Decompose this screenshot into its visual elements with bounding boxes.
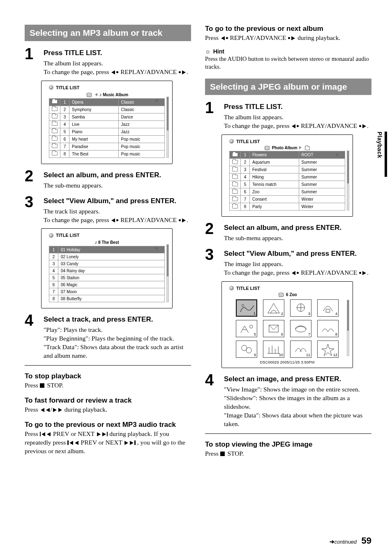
- table-row[interactable]: 8The BestPop music: [49, 150, 165, 158]
- thumbnail[interactable]: 11: [290, 341, 311, 358]
- step-heading: Select an image, and press ENTER.: [224, 375, 371, 384]
- album-table: 1OperaClassic2SymphonyClassic3SambaDance…: [49, 98, 165, 158]
- thumbnail[interactable]: 5: [236, 320, 257, 337]
- table-row[interactable]: 8PartyWinter: [230, 203, 345, 211]
- svg-point-0: [242, 304, 244, 306]
- body-text: Press STOP.: [25, 381, 191, 390]
- svg-point-3: [250, 325, 253, 329]
- step-number: 4: [205, 372, 219, 429]
- table-row[interactable]: 6My heartPop music: [49, 135, 165, 143]
- table-row[interactable]: 707 Moon: [49, 288, 165, 295]
- table-row[interactable]: 808 Butterfly: [49, 295, 165, 302]
- svg-point-7: [246, 348, 251, 353]
- breadcrumb: Photo Album: [229, 146, 345, 150]
- folder-icon: [232, 160, 238, 164]
- folder-icon: [232, 167, 238, 171]
- folder-icon: [52, 137, 58, 141]
- body-text: Press STOP.: [205, 449, 371, 458]
- step-text: The sub-menu appears.: [44, 181, 191, 190]
- scrollbar[interactable]: [347, 151, 349, 211]
- step-text: The sub-menu appears.: [224, 234, 371, 243]
- scrollbar[interactable]: [347, 300, 349, 356]
- thumbnail[interactable]: 9: [236, 341, 257, 358]
- thumbnail[interactable]: 10: [263, 341, 284, 358]
- thumbnail[interactable]: 8: [317, 320, 339, 337]
- table-row[interactable]: 1FlowersROOT: [230, 151, 345, 159]
- table-row[interactable]: 5PianoJazz: [49, 128, 165, 135]
- stop-icon: [220, 452, 225, 456]
- camera-icon: [87, 93, 92, 97]
- table-row[interactable]: 606 Magic: [49, 281, 165, 288]
- table-row[interactable]: 101 Holiday: [49, 246, 165, 253]
- folder-icon: [232, 197, 238, 201]
- thumbnail[interactable]: 6: [263, 320, 284, 337]
- step-text: The track list appears.: [44, 207, 191, 216]
- step-text: "Track Data": Shows data about the track…: [44, 343, 191, 360]
- scrollbar[interactable]: [166, 244, 169, 302]
- thumbnail[interactable]: 1: [236, 299, 257, 317]
- thumbnail-number: 1: [254, 311, 256, 315]
- thumbnail[interactable]: 4: [317, 299, 339, 317]
- table-row[interactable]: 4HikingSummer: [230, 174, 345, 181]
- photo-album-table: 1FlowersROOT2AquariumSummer3FestivalSumm…: [229, 151, 345, 211]
- thumbnail[interactable]: 12: [317, 341, 339, 358]
- thumbnail-grid: 123456789101112: [229, 299, 345, 358]
- sub-heading: To stop viewing the JPEG image: [205, 440, 371, 449]
- thumbnail-number: 11: [306, 353, 310, 357]
- table-row[interactable]: 3FestivalSummer: [230, 166, 345, 174]
- camera-icon: [279, 293, 284, 297]
- folder-icon: [52, 107, 58, 111]
- step-text: The album list appears.: [224, 113, 371, 122]
- step-number: 3: [25, 194, 39, 225]
- track-table: 101 Holiday202 Lonely303 Candy404 Rainy …: [49, 246, 165, 302]
- thumbnail-number: 4: [335, 312, 337, 316]
- window-dot-icon: [229, 139, 234, 144]
- step-heading: Select "View Album," and press ENTER.: [224, 249, 371, 259]
- window-title: TITLE LIST: [236, 139, 260, 144]
- thumbnail-number: 10: [279, 353, 283, 357]
- breadcrumb: ♪ 8 The Best: [49, 239, 165, 245]
- note-icon: ♪: [95, 239, 97, 245]
- thumbnail-number: 5: [254, 332, 256, 336]
- section-heading-mp3: Selecting an MP3 album or track: [25, 25, 191, 41]
- sub-heading: To fast forward or review a track: [25, 396, 191, 405]
- thumbnail-number: 9: [254, 353, 256, 357]
- folder-icon: [52, 114, 58, 118]
- table-row[interactable]: 7ParadisePop music: [49, 143, 165, 150]
- right-column: To go to the previous or next album Pres…: [205, 25, 371, 458]
- folder-icon: [52, 144, 58, 148]
- folder-icon: [52, 122, 58, 126]
- table-row[interactable]: 505 Station: [49, 274, 165, 281]
- table-row[interactable]: 3SambaDance: [49, 113, 165, 120]
- folder-icon: [305, 146, 310, 150]
- next-track-icon: [124, 439, 136, 446]
- thumbnail[interactable]: 3: [290, 299, 311, 317]
- folder-icon: [232, 190, 238, 194]
- table-row[interactable]: 303 Candy: [49, 260, 165, 267]
- table-row[interactable]: 7ConsertWinter: [230, 196, 345, 203]
- camera-icon: [265, 146, 270, 150]
- step-number: 1: [205, 100, 219, 130]
- table-row[interactable]: 6ZooSummer: [230, 188, 345, 196]
- table-row[interactable]: 2AquariumSummer: [230, 159, 345, 166]
- step-text: The image list appears.: [224, 260, 371, 269]
- table-row[interactable]: 404 Rainy day: [49, 267, 165, 274]
- chevron-down-icon: [155, 248, 158, 250]
- body-text: Press REPLAY/ADVANCE during playback.: [205, 34, 371, 42]
- table-row[interactable]: 4LiveJazz: [49, 120, 165, 128]
- divider: [205, 433, 371, 434]
- table-row[interactable]: 5Tennis matchSummer: [230, 181, 345, 188]
- scrollbar[interactable]: [166, 97, 169, 158]
- table-row[interactable]: 202 Lonely: [49, 253, 165, 260]
- rewind-icon: [40, 406, 51, 413]
- chevron-left-icon: [95, 93, 97, 96]
- page-footer: ➔continued 59: [330, 535, 371, 546]
- table-row[interactable]: 1OperaClassic: [49, 98, 165, 106]
- thumbnail[interactable]: 2: [263, 299, 284, 317]
- table-row[interactable]: 2SymphonyClassic: [49, 106, 165, 113]
- window-title: TITLE LIST: [56, 233, 79, 238]
- step-text: "Play Beginning": Plays the beginning of…: [44, 334, 191, 343]
- image-grid-window: TITLE LIST 6 Zoo 123456789101112 DSC0002…: [221, 281, 353, 368]
- step-number: 2: [25, 168, 39, 190]
- thumbnail[interactable]: 7: [290, 320, 311, 337]
